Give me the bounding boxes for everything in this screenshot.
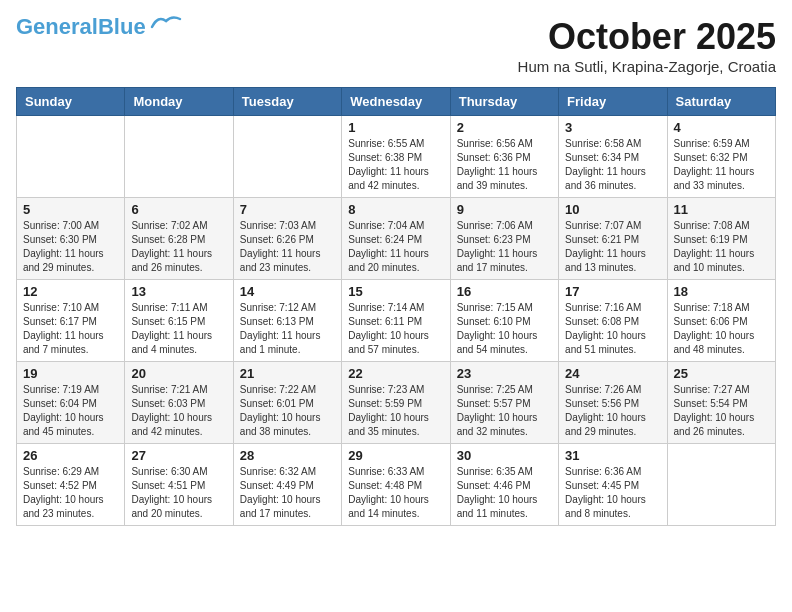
day-info: Sunrise: 6:56 AM Sunset: 6:36 PM Dayligh…	[457, 137, 552, 193]
week-row-4: 19Sunrise: 7:19 AM Sunset: 6:04 PM Dayli…	[17, 362, 776, 444]
day-info: Sunrise: 7:08 AM Sunset: 6:19 PM Dayligh…	[674, 219, 769, 275]
day-number: 19	[23, 366, 118, 381]
calendar-cell	[233, 116, 341, 198]
calendar-cell: 8Sunrise: 7:04 AM Sunset: 6:24 PM Daylig…	[342, 198, 450, 280]
day-number: 11	[674, 202, 769, 217]
day-info: Sunrise: 6:30 AM Sunset: 4:51 PM Dayligh…	[131, 465, 226, 521]
day-info: Sunrise: 6:35 AM Sunset: 4:46 PM Dayligh…	[457, 465, 552, 521]
day-number: 13	[131, 284, 226, 299]
day-number: 2	[457, 120, 552, 135]
day-info: Sunrise: 7:11 AM Sunset: 6:15 PM Dayligh…	[131, 301, 226, 357]
day-info: Sunrise: 6:55 AM Sunset: 6:38 PM Dayligh…	[348, 137, 443, 193]
day-number: 28	[240, 448, 335, 463]
day-number: 23	[457, 366, 552, 381]
day-info: Sunrise: 7:22 AM Sunset: 6:01 PM Dayligh…	[240, 383, 335, 439]
day-number: 8	[348, 202, 443, 217]
calendar-cell: 20Sunrise: 7:21 AM Sunset: 6:03 PM Dayli…	[125, 362, 233, 444]
day-number: 18	[674, 284, 769, 299]
calendar-cell	[17, 116, 125, 198]
day-info: Sunrise: 6:58 AM Sunset: 6:34 PM Dayligh…	[565, 137, 660, 193]
day-number: 29	[348, 448, 443, 463]
calendar-cell: 28Sunrise: 6:32 AM Sunset: 4:49 PM Dayli…	[233, 444, 341, 526]
calendar-cell: 7Sunrise: 7:03 AM Sunset: 6:26 PM Daylig…	[233, 198, 341, 280]
day-info: Sunrise: 7:25 AM Sunset: 5:57 PM Dayligh…	[457, 383, 552, 439]
calendar-cell: 18Sunrise: 7:18 AM Sunset: 6:06 PM Dayli…	[667, 280, 775, 362]
day-info: Sunrise: 7:18 AM Sunset: 6:06 PM Dayligh…	[674, 301, 769, 357]
calendar-cell	[125, 116, 233, 198]
page-header: GeneralBlue October 2025 Hum na Sutli, K…	[16, 16, 776, 75]
calendar-cell: 17Sunrise: 7:16 AM Sunset: 6:08 PM Dayli…	[559, 280, 667, 362]
day-info: Sunrise: 7:15 AM Sunset: 6:10 PM Dayligh…	[457, 301, 552, 357]
day-number: 30	[457, 448, 552, 463]
day-of-week-saturday: Saturday	[667, 88, 775, 116]
day-info: Sunrise: 7:14 AM Sunset: 6:11 PM Dayligh…	[348, 301, 443, 357]
calendar-cell: 30Sunrise: 6:35 AM Sunset: 4:46 PM Dayli…	[450, 444, 558, 526]
day-info: Sunrise: 6:33 AM Sunset: 4:48 PM Dayligh…	[348, 465, 443, 521]
calendar-cell: 25Sunrise: 7:27 AM Sunset: 5:54 PM Dayli…	[667, 362, 775, 444]
calendar-header-row: SundayMondayTuesdayWednesdayThursdayFrid…	[17, 88, 776, 116]
day-info: Sunrise: 6:29 AM Sunset: 4:52 PM Dayligh…	[23, 465, 118, 521]
day-info: Sunrise: 6:32 AM Sunset: 4:49 PM Dayligh…	[240, 465, 335, 521]
day-number: 3	[565, 120, 660, 135]
day-info: Sunrise: 7:19 AM Sunset: 6:04 PM Dayligh…	[23, 383, 118, 439]
calendar-cell: 22Sunrise: 7:23 AM Sunset: 5:59 PM Dayli…	[342, 362, 450, 444]
day-number: 9	[457, 202, 552, 217]
calendar-cell: 23Sunrise: 7:25 AM Sunset: 5:57 PM Dayli…	[450, 362, 558, 444]
calendar-cell: 9Sunrise: 7:06 AM Sunset: 6:23 PM Daylig…	[450, 198, 558, 280]
day-number: 21	[240, 366, 335, 381]
calendar-cell: 10Sunrise: 7:07 AM Sunset: 6:21 PM Dayli…	[559, 198, 667, 280]
calendar-cell: 1Sunrise: 6:55 AM Sunset: 6:38 PM Daylig…	[342, 116, 450, 198]
calendar-cell: 24Sunrise: 7:26 AM Sunset: 5:56 PM Dayli…	[559, 362, 667, 444]
calendar-cell	[667, 444, 775, 526]
calendar-cell: 12Sunrise: 7:10 AM Sunset: 6:17 PM Dayli…	[17, 280, 125, 362]
logo-bird-icon	[150, 13, 182, 33]
day-number: 27	[131, 448, 226, 463]
day-info: Sunrise: 7:06 AM Sunset: 6:23 PM Dayligh…	[457, 219, 552, 275]
day-number: 5	[23, 202, 118, 217]
day-number: 7	[240, 202, 335, 217]
day-number: 22	[348, 366, 443, 381]
day-number: 1	[348, 120, 443, 135]
day-number: 14	[240, 284, 335, 299]
calendar-cell: 26Sunrise: 6:29 AM Sunset: 4:52 PM Dayli…	[17, 444, 125, 526]
day-info: Sunrise: 7:00 AM Sunset: 6:30 PM Dayligh…	[23, 219, 118, 275]
day-number: 25	[674, 366, 769, 381]
day-number: 17	[565, 284, 660, 299]
day-info: Sunrise: 7:26 AM Sunset: 5:56 PM Dayligh…	[565, 383, 660, 439]
calendar-cell: 2Sunrise: 6:56 AM Sunset: 6:36 PM Daylig…	[450, 116, 558, 198]
calendar-cell: 27Sunrise: 6:30 AM Sunset: 4:51 PM Dayli…	[125, 444, 233, 526]
day-number: 24	[565, 366, 660, 381]
day-of-week-thursday: Thursday	[450, 88, 558, 116]
calendar-cell: 16Sunrise: 7:15 AM Sunset: 6:10 PM Dayli…	[450, 280, 558, 362]
day-number: 4	[674, 120, 769, 135]
day-number: 12	[23, 284, 118, 299]
calendar-cell: 11Sunrise: 7:08 AM Sunset: 6:19 PM Dayli…	[667, 198, 775, 280]
day-number: 15	[348, 284, 443, 299]
day-number: 6	[131, 202, 226, 217]
day-info: Sunrise: 7:16 AM Sunset: 6:08 PM Dayligh…	[565, 301, 660, 357]
calendar-cell: 6Sunrise: 7:02 AM Sunset: 6:28 PM Daylig…	[125, 198, 233, 280]
day-info: Sunrise: 7:04 AM Sunset: 6:24 PM Dayligh…	[348, 219, 443, 275]
location: Hum na Sutli, Krapina-Zagorje, Croatia	[518, 58, 776, 75]
day-number: 10	[565, 202, 660, 217]
week-row-2: 5Sunrise: 7:00 AM Sunset: 6:30 PM Daylig…	[17, 198, 776, 280]
day-number: 20	[131, 366, 226, 381]
day-of-week-tuesday: Tuesday	[233, 88, 341, 116]
calendar-cell: 29Sunrise: 6:33 AM Sunset: 4:48 PM Dayli…	[342, 444, 450, 526]
day-info: Sunrise: 7:03 AM Sunset: 6:26 PM Dayligh…	[240, 219, 335, 275]
calendar-cell: 4Sunrise: 6:59 AM Sunset: 6:32 PM Daylig…	[667, 116, 775, 198]
week-row-3: 12Sunrise: 7:10 AM Sunset: 6:17 PM Dayli…	[17, 280, 776, 362]
logo-blue: Blue	[98, 14, 146, 39]
day-of-week-wednesday: Wednesday	[342, 88, 450, 116]
day-info: Sunrise: 6:36 AM Sunset: 4:45 PM Dayligh…	[565, 465, 660, 521]
calendar-cell: 31Sunrise: 6:36 AM Sunset: 4:45 PM Dayli…	[559, 444, 667, 526]
day-info: Sunrise: 6:59 AM Sunset: 6:32 PM Dayligh…	[674, 137, 769, 193]
month-title: October 2025	[518, 16, 776, 58]
calendar-cell: 15Sunrise: 7:14 AM Sunset: 6:11 PM Dayli…	[342, 280, 450, 362]
logo-text: GeneralBlue	[16, 16, 146, 38]
logo: GeneralBlue	[16, 16, 182, 38]
calendar-cell: 21Sunrise: 7:22 AM Sunset: 6:01 PM Dayli…	[233, 362, 341, 444]
calendar-cell: 19Sunrise: 7:19 AM Sunset: 6:04 PM Dayli…	[17, 362, 125, 444]
calendar-cell: 3Sunrise: 6:58 AM Sunset: 6:34 PM Daylig…	[559, 116, 667, 198]
day-info: Sunrise: 7:07 AM Sunset: 6:21 PM Dayligh…	[565, 219, 660, 275]
